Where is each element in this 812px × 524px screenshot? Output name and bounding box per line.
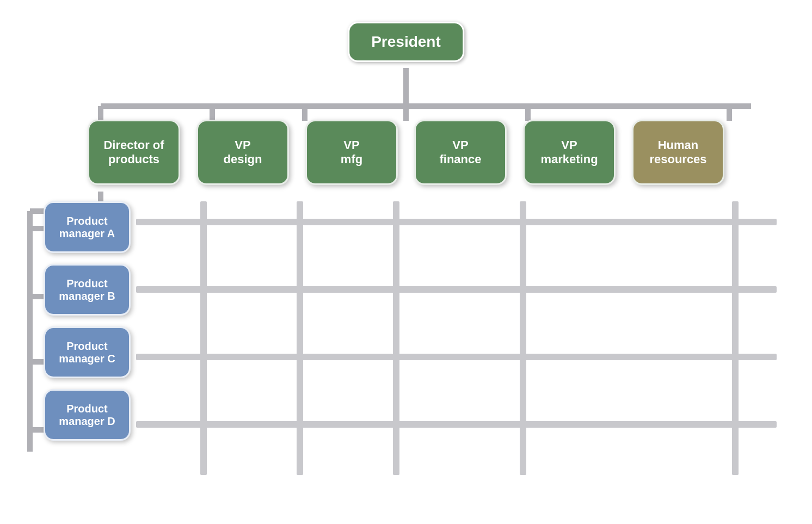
- node-pm-d-label: Productmanager D: [59, 403, 115, 428]
- grid-h-4: [136, 421, 777, 428]
- node-human-resources-label: Humanresources: [649, 138, 706, 167]
- node-vp-design-label: VPdesign: [224, 138, 262, 167]
- node-vp-design: VPdesign: [196, 120, 289, 185]
- president-label: President: [348, 22, 464, 62]
- node-director-products: Director ofproducts: [88, 120, 180, 185]
- node-vp-marketing: VPmarketing: [523, 120, 616, 185]
- node-human-resources: Humanresources: [632, 120, 724, 185]
- node-pm-a: Productmanager A: [44, 201, 131, 253]
- level1-row: Director ofproducts VPdesign VPmfg VPfin…: [0, 120, 812, 185]
- node-pm-c: Productmanager C: [44, 326, 131, 378]
- grid-h-1: [136, 219, 777, 225]
- org-chart: President Director ofproducts VPdesign V…: [0, 0, 812, 524]
- node-vp-marketing-label: VPmarketing: [540, 138, 598, 167]
- node-vp-mfg: VPmfg: [305, 120, 398, 185]
- president-node: President: [348, 22, 464, 62]
- node-pm-a-label: Productmanager A: [59, 215, 115, 240]
- grid-v-3: [393, 201, 399, 475]
- node-pm-d: Productmanager D: [44, 389, 131, 441]
- node-vp-finance-label: VPfinance: [439, 138, 481, 167]
- node-director-products-label: Director ofproducts: [103, 138, 164, 167]
- grid-v-5: [732, 201, 739, 475]
- grid-v-4: [520, 201, 526, 475]
- node-vp-mfg-label: VPmfg: [341, 138, 362, 167]
- node-pm-b: Productmanager B: [44, 264, 131, 316]
- node-pm-c-label: Productmanager C: [59, 340, 115, 365]
- node-pm-b-label: Productmanager B: [59, 278, 115, 303]
- node-vp-finance: VPfinance: [414, 120, 507, 185]
- grid-h-3: [136, 354, 777, 360]
- grid-h-2: [136, 286, 777, 293]
- grid-v-1: [200, 201, 207, 475]
- grid-v-2: [297, 201, 303, 475]
- level2-col: Productmanager A Productmanager B Produc…: [44, 201, 131, 441]
